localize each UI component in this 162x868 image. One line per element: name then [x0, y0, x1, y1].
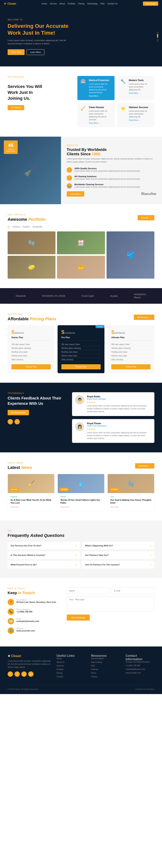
footer-link-faq[interactable]: FAQ	[91, 665, 120, 667]
services-cta-button[interactable]: Get Started	[8, 105, 24, 110]
news-title-2: Stories Of Our Great Fathers Lights Our …	[60, 499, 102, 504]
faq-section: FAQ Frequently Asked Questions Our Servi…	[0, 520, 162, 578]
news-all-button[interactable]: All Articles →	[135, 463, 154, 469]
nav-contact[interactable]: Contact Us	[107, 2, 117, 5]
pricing-starter-button[interactable]: Choose Plan	[11, 364, 51, 369]
hero-learn-button[interactable]: Learn More	[26, 49, 45, 55]
portfolio-item-1[interactable]: 🧤	[8, 231, 55, 254]
portfolio-image-3: 🪣	[107, 231, 154, 279]
testimonials-prev-button[interactable]: ‹	[8, 419, 13, 424]
news-date-2: 15 FEB	[60, 488, 69, 491]
contact-email-input[interactable]	[112, 588, 154, 594]
portfolio-view-all-button[interactable]: View All →	[138, 215, 154, 220]
pricing-starter: $49/Month Starter Plan 100 sqm space Cle…	[8, 325, 55, 373]
faq-item-5[interactable]: What Present Price Is Up? +	[8, 561, 80, 568]
testimonials-all-button[interactable]: All Testimonials	[8, 410, 29, 415]
nav-portfolio[interactable]: Portfolio	[68, 2, 75, 5]
footer-link-news[interactable]: News & Blog	[91, 661, 120, 663]
brand-franklight: Frank Light	[81, 294, 94, 298]
about-years-number: 46	[6, 142, 15, 148]
footer-link-terms[interactable]: Terms	[91, 672, 120, 674]
pricing-all-button[interactable]: All Services →	[134, 315, 154, 320]
service-glamour-link[interactable]: Read More →	[129, 119, 151, 121]
contact-send-button[interactable]: Send Message	[67, 615, 90, 621]
testimonials-next-button[interactable]: ›	[15, 419, 20, 424]
footer-link-contact[interactable]: Contact	[57, 676, 85, 678]
hero-description: Lorem ipsum dolor sit amet, consectetur …	[8, 39, 69, 45]
news-meta-3[interactable]: Read More →	[110, 506, 152, 508]
faq-item-1[interactable]: Our Services Are Free To Use? +	[8, 542, 80, 550]
social-facebook[interactable]: f	[8, 672, 13, 677]
email-icon: 📧	[8, 618, 14, 624]
social-google[interactable]: g+	[28, 672, 33, 677]
about-feature-quality-title: 100% Quality Services	[74, 167, 140, 169]
portfolio-item-2[interactable]: 🪟	[57, 231, 105, 254]
contact-message-textarea[interactable]	[67, 596, 154, 612]
faq-expand-icon-1: +	[76, 544, 77, 547]
footer-link-privacy[interactable]: Privacy	[91, 676, 120, 678]
faq-item-4[interactable]: Our Partners Take Our? +	[82, 551, 154, 559]
contact-name-input[interactable]	[67, 588, 109, 594]
pricing-feature: 250 sqm space Clean	[61, 343, 101, 346]
faq-item-3[interactable]: Is This Services Worth In Country? +	[8, 551, 80, 559]
footer-link-docs[interactable]: Documentation	[91, 657, 120, 660]
news-category-1: Cleaning	[10, 496, 52, 498]
navbar: ★ Cleaan Home Service About Portfolio Pr…	[0, 0, 162, 7]
portfolio-section: OUR PORTFOLIO Awesome Portfolio View All…	[0, 204, 162, 288]
footer-address-info: 55 East Lain Street Brooklyn	[126, 661, 154, 663]
service-tools-title: Modern Tools	[129, 79, 151, 82]
nav-faq[interactable]: FAQ	[101, 2, 105, 5]
news-category-2: Stories	[60, 496, 102, 498]
nav-about[interactable]: About	[59, 2, 65, 5]
footer-link-about[interactable]: About Us	[57, 661, 85, 663]
pricing-pro-button[interactable]: Choose Plan	[61, 364, 101, 369]
footer-useful-links: Useful Links Home About Us Services Port…	[57, 654, 85, 679]
pricing-ultimate: $165/Month Ultimate Plan 500 sqm space C…	[107, 325, 154, 373]
nav-technology[interactable]: Technology	[87, 2, 98, 5]
footer-link-services[interactable]: Services	[57, 665, 85, 667]
nav-pricing[interactable]: Pricing	[78, 2, 84, 5]
about-learn-button[interactable]: Learn More	[67, 191, 84, 196]
about-feature-quality: ✓ 100% Quality Services Lorem ipsum dolo…	[67, 167, 156, 173]
service-medical-link[interactable]: Read More →	[89, 95, 111, 97]
filter-residential[interactable]: Residential	[33, 226, 42, 228]
contact-address: 📍 Our Address 55 East Lain Street, Brook…	[8, 599, 61, 606]
pricing-feature: Daily checkup	[61, 358, 101, 362]
news-label: LATEST NEWS	[8, 462, 32, 464]
news-date-1: 95 JAN	[10, 488, 19, 491]
pricing-pro-name: Pro Plan	[61, 336, 101, 339]
pricing-divider	[11, 340, 51, 341]
about-section: 🧹 46 Years ofExperience ABOUT US Trusted…	[0, 137, 162, 204]
pricing-ultimate-button[interactable]: Choose Plan	[111, 364, 151, 369]
portfolio-image-4: 🧽	[8, 256, 55, 279]
news-meta-1[interactable]: Read More →	[10, 506, 52, 508]
pricing-feature: 500 sqm space Clean	[111, 343, 151, 346]
portfolio-item-3[interactable]: 🪣	[107, 231, 154, 279]
service-clean-link[interactable]: Read More →	[89, 122, 111, 124]
portfolio-item-5[interactable]: 🤲	[57, 256, 105, 279]
footer-link-home[interactable]: Home	[57, 657, 85, 660]
hero-order-button[interactable]: Order Now	[8, 49, 25, 55]
faq-item-2[interactable]: What's Happening With Us? +	[82, 542, 154, 550]
filter-supplies[interactable]: Supplies	[23, 226, 30, 228]
filter-all[interactable]: All	[8, 226, 10, 228]
pricing-feature: Window glass cleaning	[111, 346, 151, 350]
news-meta-2[interactable]: Read More →	[60, 506, 102, 508]
nav-service[interactable]: Service	[50, 2, 57, 5]
faq-question-2: What's Happening With Us?	[85, 545, 113, 547]
filter-cleaning[interactable]: Cleaning	[12, 226, 20, 228]
nav-home[interactable]: Home	[42, 2, 47, 5]
portfolio-item-4[interactable]: 🧽	[8, 256, 55, 279]
footer-link-partners[interactable]: Partners	[91, 669, 120, 671]
footer-link-portfolio[interactable]: Portfolio	[57, 669, 85, 671]
service-tools-link[interactable]: Read More →	[129, 92, 151, 94]
faq-item-6[interactable]: Join Us Partners For The Country? +	[82, 561, 154, 568]
nav-cta-button[interactable]: Free Quote	[143, 2, 158, 6]
testimonials-nav: ‹ ›	[8, 419, 66, 424]
social-linkedin[interactable]: in	[21, 672, 27, 677]
footer-email-info: example@domain.com	[126, 668, 154, 670]
footer-link-pricing[interactable]: Pricing	[57, 672, 85, 674]
social-twitter[interactable]: t	[15, 672, 20, 677]
brand-alpaba: al paba	[110, 294, 118, 298]
pricing-feature: Daily checkup	[111, 358, 151, 362]
